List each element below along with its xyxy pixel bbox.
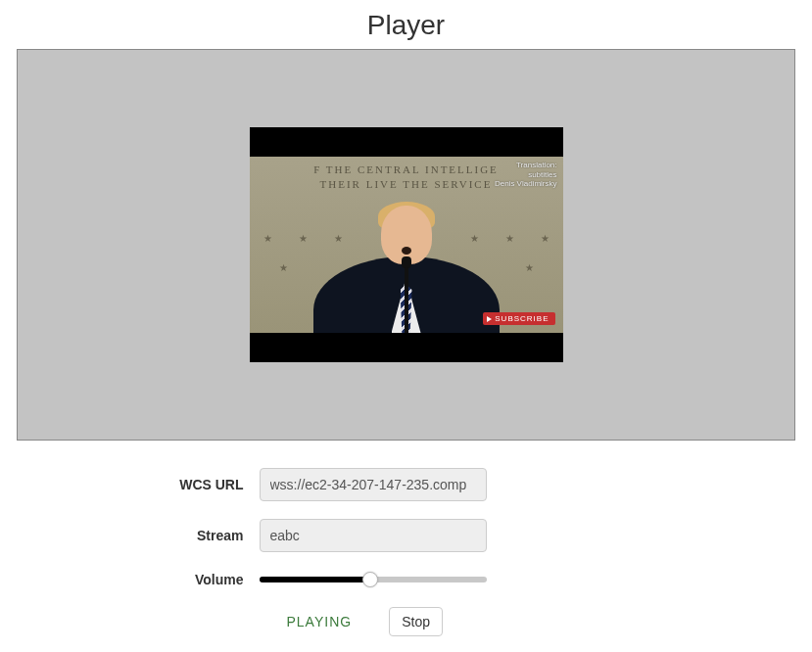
watermark-line: Translation: bbox=[495, 161, 557, 170]
volume-slider[interactable] bbox=[260, 570, 487, 589]
watermark-line: Denis Vladimirsky bbox=[495, 179, 557, 189]
wcs-url-label: WCS URL bbox=[162, 477, 260, 492]
subscribe-label: SUBSCRIBE bbox=[495, 314, 549, 323]
stop-button[interactable]: Stop bbox=[389, 607, 443, 636]
wcs-url-input[interactable] bbox=[260, 468, 487, 501]
stream-input[interactable] bbox=[260, 519, 487, 552]
volume-label: Volume bbox=[162, 572, 260, 587]
video-person bbox=[313, 206, 500, 333]
slider-thumb[interactable] bbox=[362, 572, 378, 587]
stream-row: Stream bbox=[162, 519, 651, 552]
play-icon bbox=[487, 316, 492, 322]
watermark-line: subtitles bbox=[495, 170, 557, 180]
slider-fill bbox=[260, 577, 371, 582]
star-icon: ★ bbox=[279, 262, 288, 273]
subscribe-badge[interactable]: SUBSCRIBE bbox=[483, 312, 554, 325]
wall-text-line1: F THE CENTRAL INTELLIGE bbox=[313, 163, 499, 175]
star-icon: ★ bbox=[541, 233, 549, 244]
stream-label: Stream bbox=[162, 528, 260, 543]
page-title: Player bbox=[0, 0, 812, 49]
star-icon: ★ bbox=[525, 262, 534, 273]
volume-row: Volume bbox=[162, 570, 651, 589]
status-row: PLAYING Stop bbox=[260, 607, 651, 636]
video-content: F THE CENTRAL INTELLIGE THEIR LIVE THE S… bbox=[250, 157, 563, 333]
video-watermark: Translation: subtitles Denis Vladimirsky bbox=[495, 161, 557, 189]
video-container: F THE CENTRAL INTELLIGE THEIR LIVE THE S… bbox=[17, 49, 795, 441]
star-icon: ★ bbox=[263, 233, 272, 244]
status-text: PLAYING bbox=[260, 614, 353, 629]
star-icon: ★ bbox=[505, 233, 514, 244]
star-icon: ★ bbox=[299, 233, 308, 244]
video-frame[interactable]: F THE CENTRAL INTELLIGE THEIR LIVE THE S… bbox=[250, 127, 563, 362]
form-area: WCS URL Stream Volume PLAYING Stop bbox=[162, 468, 651, 636]
wcs-url-row: WCS URL bbox=[162, 468, 651, 501]
